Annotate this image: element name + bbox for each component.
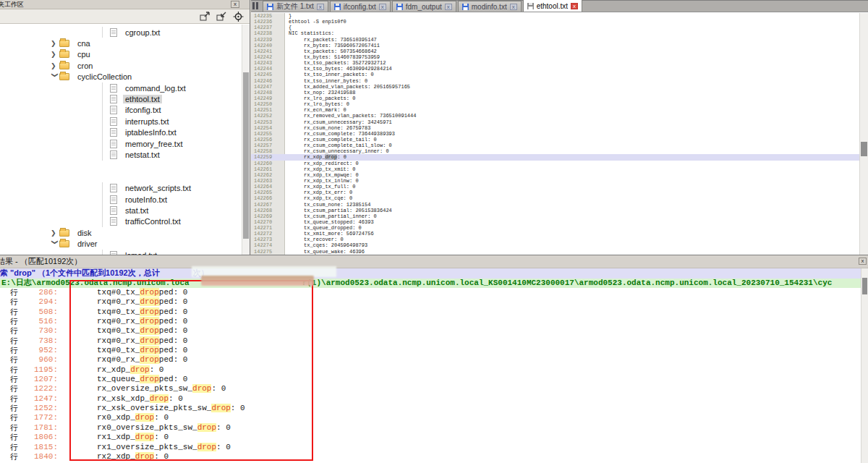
tree-item-disk[interactable]: ❯disk	[0, 227, 250, 238]
workspace-close-icon[interactable]: x	[231, 1, 239, 8]
results-scrollbar-thumb[interactable]	[862, 278, 867, 294]
result-row-line-508[interactable]: 行508:txq#0_tx_dropped: 0	[0, 307, 861, 317]
result-row-line-1252[interactable]: 行1252:rx_xsk_oversize_pkts_sw_drop: 0	[0, 404, 861, 413]
editor-line: 142269 tx_csum_partial_inner: 0	[251, 213, 859, 219]
result-file-path-line[interactable]: E:\日志\armod0523.odata.ncmp.unicom.locar(…	[0, 279, 868, 289]
result-row-line-286[interactable]: 行286:txq#0_tx_dropped: 0	[0, 288, 861, 297]
editor-line: 142235}	[251, 13, 859, 19]
folder-icon	[59, 62, 69, 69]
tree-item-cgroup-txt[interactable]: cgroup.txt	[0, 27, 250, 38]
result-row-line-1195[interactable]: 行1195:rx_xdp_drop: 0	[0, 365, 861, 375]
dock-in-icon[interactable]	[216, 12, 227, 22]
line-number: 142251	[251, 107, 285, 113]
matched-word: drop	[140, 317, 158, 326]
editor-line: 142242 tx_bytes: 514607839753959	[251, 54, 859, 60]
file-icon	[110, 84, 117, 93]
line-text: rx_csum_unnecessary: 34245971	[285, 119, 392, 125]
tab-fdm-output[interactable]: fdm_outputx	[392, 1, 456, 12]
line-number: 142248	[251, 90, 285, 95]
tree-item-cna[interactable]: ❯cna	[0, 38, 250, 48]
editor-line: 142253 rx_csum_unnecessary: 34245971	[251, 119, 859, 125]
result-row-line-1840[interactable]: 行1840:rx2_xdp_drop: 0	[0, 452, 861, 462]
file-tree: cgroup.txt❯cna❯cpu❯cron❯cyclicCollection…	[0, 25, 250, 255]
tab-close-icon[interactable]: x	[445, 4, 452, 10]
tree-scrollbar[interactable]	[242, 25, 250, 255]
tree-item-label: trafficControl.txt	[123, 217, 183, 226]
tree-item-netstat-txt[interactable]: netstat.txt	[0, 149, 250, 160]
chevron-right-icon[interactable]: ❯	[51, 51, 59, 58]
save-icon	[334, 4, 341, 10]
tree-item-memory-free-txt[interactable]: memory_free.txt	[0, 138, 250, 149]
tab-close-icon[interactable]: x	[510, 4, 517, 10]
chevron-down-icon[interactable]: ❯	[51, 239, 59, 248]
tree-item-iptablesinfo-txt[interactable]: iptablesInfo.txt	[0, 127, 250, 138]
editor-line: 142240 rx_bytes: 735960572057411	[251, 43, 859, 48]
result-row-line-730[interactable]: 行730:txq#0_tx_dropped: 0	[0, 326, 861, 336]
tab-label: ifconfig.txt	[344, 3, 376, 11]
tab-close-icon[interactable]: x	[317, 4, 324, 10]
tab--1-txt[interactable]: 新文件 1.txtx	[263, 1, 328, 12]
result-row-line-294[interactable]: 行294:rxq#0_rx_dropped: 0	[0, 297, 861, 307]
result-row-line-1222[interactable]: 行1222:rx_oversize_pkts_sw_drop: 0	[0, 384, 861, 394]
tree-item-ethtool-txt[interactable]: ethtool.txt	[0, 93, 250, 104]
result-row-line-1815[interactable]: 行1815:rx1_oversize_pkts_sw_drop: 0	[0, 443, 861, 452]
tree-item-cpu[interactable]: ❯cpu	[0, 49, 250, 60]
line-number: 142250	[251, 101, 285, 107]
result-row-linenum: 1222:	[22, 384, 58, 394]
tree-scrollbar-thumb[interactable]	[243, 72, 249, 239]
tab-ifconfig-txt[interactable]: ifconfig.txtx	[330, 1, 391, 12]
result-row-content: rxq#0_rx_dropped: 0	[97, 317, 187, 326]
tree-item-ifconfig-txt[interactable]: ifconfig.txt	[0, 105, 250, 116]
result-row-linenum: 1781:	[22, 423, 58, 433]
tree-item-routeinfo-txt[interactable]: routeInfo.txt	[0, 194, 250, 205]
editor-scrollbar-thumb[interactable]	[861, 142, 867, 156]
editor-line: 142263 rx_xdp_tx_inlnw: 0	[251, 178, 859, 184]
results-scrollbar[interactable]	[861, 268, 868, 463]
line-number: 142267	[251, 202, 285, 208]
tree-item-lsmod-txt[interactable]: lsmod.txt	[0, 250, 250, 255]
tree-item-cycliccollection[interactable]: ❯cyclicCollection	[0, 72, 250, 82]
tree-item-label: cron	[75, 61, 95, 70]
result-row-line-1207[interactable]: 行1207:tx_queue_dropped: 0	[0, 375, 861, 384]
tree-item-trafficcontrol-txt[interactable]: trafficControl.txt	[0, 216, 250, 227]
editor-body[interactable]: 142235}142236ethtool -S enp1s0f0142237{1…	[251, 13, 859, 255]
tree-guide-line	[102, 250, 103, 255]
matched-word: drop	[150, 394, 169, 403]
result-row-label: 行	[10, 433, 18, 442]
tree-guide-line	[102, 138, 103, 149]
tab-modinfo-txt[interactable]: modinfo.txtx	[458, 1, 522, 12]
result-row-line-952[interactable]: 行952:txq#0_tx_dropped: 0	[0, 346, 861, 355]
locate-file-icon[interactable]	[233, 12, 244, 22]
tree-item-driver[interactable]: ❯driver	[0, 238, 250, 249]
tree-item-stat-txt[interactable]: stat.txt	[0, 205, 250, 216]
editor-current-line[interactable]: 142259 rx_xdp_drop: 0	[251, 154, 859, 160]
chevron-down-icon[interactable]: ❯	[51, 72, 59, 81]
chevron-right-icon[interactable]: ❯	[51, 40, 59, 47]
tree-item-interrupts-txt[interactable]: interrupts.txt	[0, 116, 250, 127]
matched-word: drop	[140, 336, 158, 345]
result-row-line-960[interactable]: 行960:rxq#0_rx_dropped: 0	[0, 355, 861, 365]
result-row-line-738[interactable]: 行738:rxq#0_rx_dropped: 0	[0, 336, 861, 346]
result-row-line-516[interactable]: 行516:rxq#0_rx_dropped: 0	[0, 317, 861, 326]
editor-line: 142237{	[251, 25, 859, 30]
tab-close-icon[interactable]: x	[379, 4, 386, 10]
line-number: 142274	[251, 242, 285, 248]
result-row-line-1247[interactable]: 行1247:rx_xsk_xdp_drop: 0	[0, 394, 861, 404]
results-close-icon[interactable]: x	[859, 258, 867, 265]
tab-ethtool-txt[interactable]: ethtool.txtx	[523, 0, 582, 12]
chevron-right-icon[interactable]: ❯	[51, 229, 59, 237]
chevron-right-icon[interactable]: ❯	[51, 62, 59, 69]
tab-close-icon[interactable]: x	[571, 3, 578, 9]
file-icon	[110, 150, 117, 159]
tree-item-cron[interactable]: ❯cron	[0, 60, 250, 71]
result-row-linenum: 1252:	[22, 404, 58, 413]
result-row-content: rx0_oversize_pkts_sw_drop: 0	[97, 423, 231, 433]
result-row-line-1772[interactable]: 行1772:rx0_xdp_drop: 0	[0, 413, 861, 422]
result-row-line-1806[interactable]: 行1806:rx1_xdp_drop: 0	[0, 433, 861, 442]
tree-item-command-log-txt[interactable]: command_log.txt	[0, 82, 250, 93]
result-row-line-1781[interactable]: 行1781:rx0_oversize_pkts_sw_drop: 0	[0, 423, 861, 433]
pop-out-icon[interactable]	[200, 12, 210, 22]
line-number: 142272	[251, 231, 285, 237]
editor-scrollbar[interactable]	[859, 13, 868, 255]
tree-item-network-scripts-txt[interactable]: network_scripts.txt	[0, 182, 250, 193]
